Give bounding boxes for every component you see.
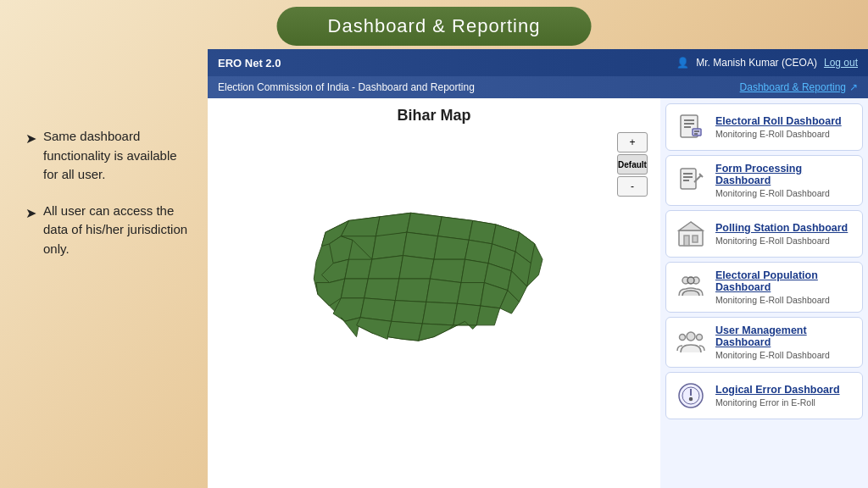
card-form-processing[interactable]: Form Processing Dashboard Monitoring E-R… <box>665 155 863 206</box>
card-icon-user-management <box>675 326 707 358</box>
card-subtitle-user-management: Monitoring E-Roll Dashboard <box>715 350 854 360</box>
svg-marker-39 <box>341 317 360 336</box>
card-text-electoral-roll: Electoral Roll Dashboard Monitoring E-Ro… <box>715 115 842 139</box>
card-logical-error[interactable]: Logical Error Dashboard Monitoring Error… <box>665 372 863 419</box>
svg-point-66 <box>680 335 686 341</box>
svg-marker-26 <box>341 279 368 298</box>
svg-rect-51 <box>681 169 696 189</box>
card-subtitle-logical-error: Monitoring Error in E-Roll <box>715 397 840 408</box>
svg-marker-41 <box>387 321 422 341</box>
main-area: ERO Net 2.0 👤 Mr. Manish Kumar (CEOA) Lo… <box>208 49 868 488</box>
svg-rect-60 <box>693 236 698 242</box>
card-icon-logical-error <box>675 380 707 412</box>
card-title-electoral-roll: Electoral Roll Dashboard <box>715 115 842 127</box>
svg-marker-22 <box>461 259 488 282</box>
sub-nav: Election Commission of India - Dashboard… <box>208 76 868 98</box>
svg-marker-30 <box>457 282 484 305</box>
svg-rect-48 <box>693 129 701 136</box>
svg-marker-29 <box>426 279 461 303</box>
svg-marker-28 <box>395 279 430 302</box>
content-split: Bihar Map + Default - <box>208 98 868 488</box>
left-panel: ➤ Same dashboard functionality is availa… <box>8 119 212 284</box>
zoom-default-button[interactable]: Default <box>617 154 648 175</box>
breadcrumb-link[interactable]: Dashboard & Reporting <box>740 81 846 93</box>
bihar-map-svg <box>273 170 595 441</box>
card-icon-electoral-roll <box>675 111 707 143</box>
user-info: 👤 Mr. Manish Kumar (CEOA) Log out <box>676 57 858 69</box>
bullet-item-2: ➤ All user can access the data of his/he… <box>25 202 195 259</box>
card-subtitle-electoral-roll: Monitoring E-Roll Dashboard <box>715 129 842 139</box>
card-subtitle-polling-station: Monitoring E-Roll Dashboard <box>715 236 848 246</box>
user-icon: 👤 <box>676 57 689 69</box>
card-title-logical-error: Logical Error Dashboard <box>715 384 840 396</box>
breadcrumb: Dashboard & Reporting ↗ <box>740 81 858 93</box>
svg-marker-18 <box>345 259 372 279</box>
card-text-logical-error: Logical Error Dashboard Monitoring Error… <box>715 384 840 408</box>
svg-marker-35 <box>392 300 426 323</box>
map-title: Bihar Map <box>397 107 470 125</box>
logout-button[interactable]: Log out <box>824 57 858 69</box>
svg-marker-42 <box>419 324 453 341</box>
svg-marker-58 <box>679 222 703 230</box>
svg-marker-38 <box>476 306 499 325</box>
bullet-item-1: ➤ Same dashboard functionality is availa… <box>25 127 195 185</box>
svg-marker-13 <box>434 236 469 258</box>
card-text-polling-station: Polling Station Dashboard Monitoring E-R… <box>715 222 848 246</box>
card-title-user-management: User Management Dashboard <box>715 324 854 348</box>
main-title-bar: Dashboard & Reporting <box>277 7 592 46</box>
svg-marker-19 <box>368 255 403 278</box>
card-icon-polling-station <box>675 218 707 250</box>
card-text-electoral-population: Electoral Population Dashboard Monitorin… <box>715 269 854 305</box>
user-name: Mr. Manish Kumar (CEOA) <box>696 57 817 69</box>
svg-marker-37 <box>453 303 481 325</box>
ero-title: ERO Net 2.0 <box>218 57 281 69</box>
svg-point-64 <box>687 277 694 284</box>
nav-bar: ERO Net 2.0 👤 Mr. Manish Kumar (CEOA) Lo… <box>208 49 868 76</box>
card-electoral-population[interactable]: Electoral Population Dashboard Monitorin… <box>665 262 863 313</box>
zoom-in-button[interactable]: + <box>617 132 648 152</box>
bullet-arrow-1: ➤ <box>25 129 36 149</box>
card-electoral-roll[interactable]: Electoral Roll Dashboard Monitoring E-Ro… <box>665 103 863 151</box>
svg-rect-59 <box>684 236 689 246</box>
card-text-form-processing: Form Processing Dashboard Monitoring E-R… <box>715 163 854 198</box>
main-title: Dashboard & Reporting <box>328 15 541 36</box>
svg-point-67 <box>697 335 703 341</box>
cards-panel: Electoral Roll Dashboard Monitoring E-Ro… <box>660 98 868 488</box>
card-polling-station[interactable]: Polling Station Dashboard Monitoring E-R… <box>665 210 863 258</box>
card-icon-electoral-population <box>675 271 707 303</box>
svg-point-71 <box>690 398 693 401</box>
svg-marker-27 <box>364 279 399 301</box>
svg-rect-57 <box>679 230 703 246</box>
svg-point-65 <box>687 332 695 341</box>
card-subtitle-electoral-population: Monitoring E-Roll Dashboard <box>715 295 854 305</box>
map-area: Bihar Map + Default - <box>208 98 660 488</box>
bullet-arrow-2: ➤ <box>25 203 36 224</box>
card-title-polling-station: Polling Station Dashboard <box>715 222 848 234</box>
svg-marker-40 <box>357 317 392 339</box>
bullet-text-2: All user can access the data of his/her … <box>43 202 195 259</box>
page-title-nav: Election Commission of India - Dashboard… <box>218 81 475 93</box>
zoom-out-button[interactable]: - <box>617 176 648 197</box>
svg-marker-20 <box>399 255 434 278</box>
svg-marker-12 <box>403 232 437 259</box>
card-text-user-management: User Management Dashboard Monitoring E-R… <box>715 324 854 360</box>
card-title-form-processing: Form Processing Dashboard <box>715 163 854 186</box>
card-icon-form-processing <box>675 164 707 197</box>
card-user-management[interactable]: User Management Dashboard Monitoring E-R… <box>665 317 863 368</box>
svg-marker-36 <box>422 302 457 324</box>
bullet-text-1: Same dashboard functionality is availabl… <box>43 127 195 185</box>
card-subtitle-form-processing: Monitoring E-Roll Dashboard <box>715 188 854 198</box>
external-link-icon: ↗ <box>849 81 858 93</box>
map-controls: + Default - <box>617 132 648 197</box>
card-title-electoral-population: Electoral Population Dashboard <box>715 269 854 293</box>
bihar-map-container <box>216 131 652 480</box>
